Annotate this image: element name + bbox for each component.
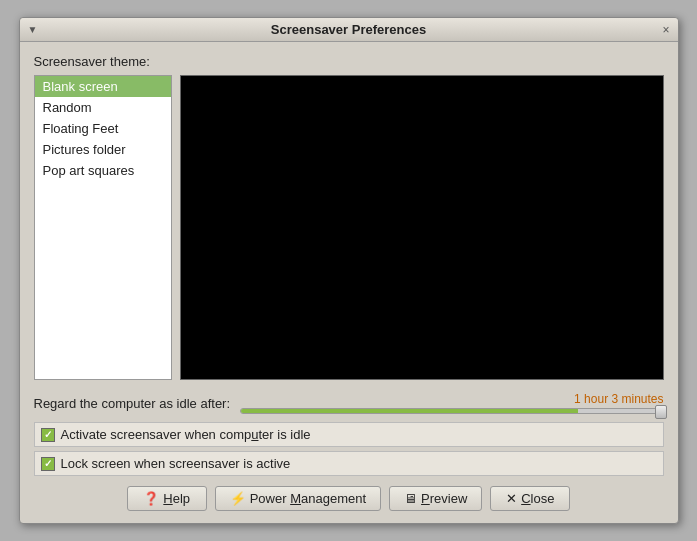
theme-item-floating-feet[interactable]: Floating Feet <box>35 118 171 139</box>
idle-slider-fill <box>241 409 578 413</box>
preview-button[interactable]: 🖥 Preview <box>389 486 482 511</box>
theme-item-blank-screen[interactable]: Blank screen <box>35 76 171 97</box>
titlebar-menu[interactable]: ▼ <box>28 24 48 35</box>
close-label: Close <box>521 491 554 506</box>
lock-screen-checkbox[interactable] <box>41 457 55 471</box>
screensaver-preview <box>180 75 664 380</box>
theme-list: Blank screen Random Floating Feet Pictur… <box>34 75 172 380</box>
window-title: Screensaver Preferences <box>48 22 650 37</box>
help-label: Help <box>163 491 190 506</box>
idle-slider-thumb[interactable] <box>655 405 667 419</box>
activate-screensaver-row: Activate screensaver when computer is id… <box>34 422 664 447</box>
idle-slider-track[interactable] <box>240 408 663 414</box>
preview-label: Preview <box>421 491 467 506</box>
close-button[interactable]: ✕ Close <box>490 486 570 511</box>
power-management-label: Power Management <box>250 491 366 506</box>
idle-row: Regard the computer as idle after: 1 hou… <box>34 392 664 414</box>
help-button[interactable]: ❓ Help <box>127 486 207 511</box>
idle-label: Regard the computer as idle after: <box>34 396 231 411</box>
button-row: ❓ Help ⚡ Power Management 🖥 Preview ✕ Cl… <box>34 486 664 511</box>
main-area: Blank screen Random Floating Feet Pictur… <box>34 75 664 380</box>
activate-screensaver-checkbox[interactable] <box>41 428 55 442</box>
help-icon: ❓ <box>143 491 159 506</box>
close-icon[interactable]: × <box>662 23 669 37</box>
titlebar: ▼ Screensaver Preferences × <box>20 18 678 42</box>
theme-item-pop-art-squares[interactable]: Pop art squares <box>35 160 171 181</box>
theme-section-label: Screensaver theme: <box>34 54 664 69</box>
theme-item-random[interactable]: Random <box>35 97 171 118</box>
power-management-icon: ⚡ <box>230 491 246 506</box>
close-btn-icon: ✕ <box>506 491 517 506</box>
activate-screensaver-label: Activate screensaver when computer is id… <box>61 427 311 442</box>
idle-section: Regard the computer as idle after: 1 hou… <box>34 392 664 414</box>
main-content: Screensaver theme: Blank screen Random F… <box>20 42 678 523</box>
screensaver-preferences-window: ▼ Screensaver Preferences × Screensaver … <box>19 17 679 524</box>
power-management-button[interactable]: ⚡ Power Management <box>215 486 381 511</box>
idle-slider-container: 1 hour 3 minutes <box>240 392 663 414</box>
idle-time-value: 1 hour 3 minutes <box>574 392 663 406</box>
theme-item-pictures-folder[interactable]: Pictures folder <box>35 139 171 160</box>
lock-screen-row: Lock screen when screensaver is active <box>34 451 664 476</box>
preview-icon: 🖥 <box>404 491 417 506</box>
menu-icon[interactable]: ▼ <box>28 24 38 35</box>
lock-screen-label: Lock screen when screensaver is active <box>61 456 291 471</box>
titlebar-close-area: × <box>650 23 670 37</box>
